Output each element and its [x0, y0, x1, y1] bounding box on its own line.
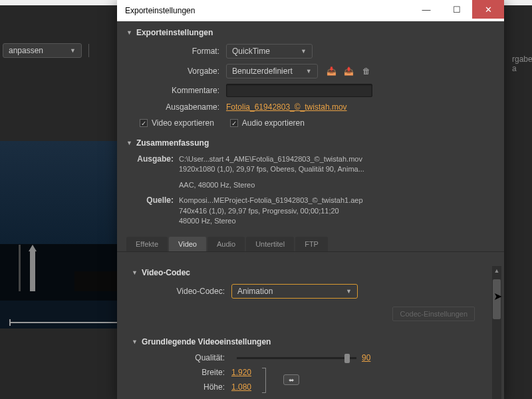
minimize-button[interactable]: —	[411, 0, 442, 19]
anpassen-dropdown[interactable]: anpassen ▼	[3, 43, 82, 58]
video-codec-dropdown[interactable]: Animation ▼	[231, 284, 358, 299]
chevron-down-icon: ▼	[70, 47, 76, 54]
quelle-value: Komposi...MEProject-Fotolia_61942803_©_t…	[179, 196, 495, 226]
video-codec-label: Video-Codec:	[132, 287, 231, 296]
delete-preset-icon[interactable]: 🗑	[360, 66, 372, 76]
anpassen-label: anpassen	[9, 46, 43, 55]
collapse-icon: ▼	[126, 140, 132, 146]
scroll-up-icon[interactable]: ▲	[493, 266, 501, 275]
export-dialog: Exporteinstellungen — ☐ ✕ ▼ Exporteinste…	[117, 0, 504, 399]
scroll-thumb[interactable]	[493, 279, 501, 319]
video-codec-header[interactable]: ▼ Video-Codec	[122, 259, 495, 281]
export-settings-header[interactable]: ▼ Exporteinstellungen	[117, 21, 504, 41]
vorgabe-label: Vorgabe:	[126, 66, 226, 76]
window-title: Exporteinstellungen	[125, 6, 411, 15]
section-title: Exporteinstellungen	[136, 28, 213, 37]
qualitat-slider[interactable]	[237, 357, 356, 359]
kommentare-input[interactable]	[226, 84, 372, 97]
tab-bar: Effekte Video Audio Untertitel FTP	[117, 237, 504, 252]
ausgabename-link[interactable]: Fotolia_61942803_©_twistah.mov	[226, 102, 347, 112]
basic-video-header[interactable]: ▼ Grundlegende Videoeinstellungen	[122, 331, 495, 350]
collapse-icon: ▼	[132, 269, 138, 276]
import-preset-icon[interactable]: 📤	[343, 66, 355, 76]
maximize-button[interactable]: ☐	[442, 0, 472, 19]
section-title: Grundlegende Videoeinstellungen	[142, 337, 271, 346]
hohe-value[interactable]: 1.080	[231, 382, 251, 392]
save-preset-icon[interactable]: 📥	[326, 66, 338, 76]
link-dimensions-icon[interactable]: ⬌	[283, 374, 299, 385]
tab-audio[interactable]: Audio	[207, 237, 245, 251]
collapse-icon: ▼	[132, 338, 138, 345]
scrollbar[interactable]: ▲ ▼	[492, 266, 501, 399]
chevron-down-icon: ▼	[346, 288, 352, 295]
chevron-down-icon: ▼	[301, 48, 307, 55]
codec-settings-button: Codec-Einstellungen	[392, 307, 475, 321]
section-title: Video-Codec	[142, 268, 190, 277]
ausgabename-label: Ausgabename:	[126, 102, 226, 112]
tab-ftp[interactable]: FTP	[295, 237, 328, 251]
tab-video[interactable]: Video	[169, 237, 206, 251]
vorgabe-dropdown[interactable]: Benutzerdefiniert ▼	[226, 64, 318, 78]
hohe-label: Höhe:	[132, 382, 231, 392]
tab-effekte[interactable]: Effekte	[126, 237, 168, 251]
breite-value[interactable]: 1.920	[231, 368, 251, 377]
quelle-label: Quelle:	[129, 196, 179, 226]
qualitat-label: Qualität:	[132, 353, 231, 362]
section-title: Zusammenfassung	[136, 138, 209, 148]
video-export-checkbox[interactable]: ✓ Video exportieren	[140, 118, 214, 128]
bg-right-text: rgabe a	[512, 55, 532, 73]
summary-header[interactable]: ▼ Zusammenfassung	[117, 132, 504, 152]
audio-export-checkbox[interactable]: ✓ Audio exportieren	[230, 118, 305, 128]
format-dropdown[interactable]: QuickTime ▼	[226, 44, 313, 59]
ausgabe-label: Ausgabe:	[129, 154, 179, 190]
collapse-icon: ▼	[126, 29, 132, 36]
close-button[interactable]: ✕	[472, 0, 504, 19]
ausgabe-value: C:\User...start 4_AME\Fotolia_61942803_©…	[179, 154, 495, 190]
kommentare-label: Kommentare:	[126, 86, 226, 95]
breite-label: Breite:	[132, 368, 231, 377]
qualitat-value[interactable]: 90	[362, 353, 370, 362]
format-label: Format:	[126, 47, 226, 56]
chevron-down-icon: ▼	[306, 68, 312, 74]
titlebar[interactable]: Exporteinstellungen — ☐ ✕	[117, 0, 504, 21]
tab-untertitel[interactable]: Untertitel	[246, 237, 294, 251]
